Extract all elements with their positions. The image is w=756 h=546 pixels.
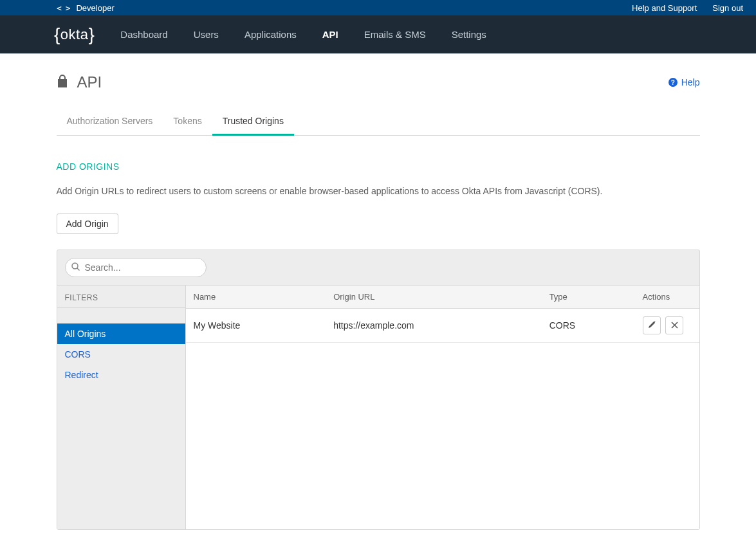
help-icon: ? (668, 78, 678, 87)
signout-link[interactable]: Sign out (712, 3, 743, 13)
origins-panel: FILTERS All Origins CORS Redirect Name O… (57, 250, 700, 530)
top-bar: < > Developer Help and Support Sign out (0, 0, 756, 15)
search-input[interactable] (65, 258, 207, 277)
filters-heading: FILTERS (57, 285, 185, 308)
filter-redirect[interactable]: Redirect (57, 365, 185, 385)
tab-tokens[interactable]: Tokens (163, 108, 212, 135)
section-title: ADD ORIGINS (57, 161, 700, 172)
col-origin-url: Origin URL (326, 286, 541, 309)
main-nav: {okta} Dashboard Users Applications API … (0, 15, 756, 54)
brand-logo: {okta} (54, 24, 95, 45)
developer-icon: < > (57, 3, 69, 13)
col-name: Name (186, 286, 326, 309)
cell-url: https://example.com (326, 309, 541, 343)
tab-trusted-origins[interactable]: Trusted Origins (212, 108, 294, 136)
nav-links: Dashboard Users Applications API Emails … (120, 29, 486, 40)
cell-name: My Website (186, 309, 326, 343)
add-origin-button[interactable]: Add Origin (57, 214, 118, 234)
nav-api[interactable]: API (322, 29, 338, 40)
col-type: Type (542, 286, 635, 309)
cell-type: CORS (542, 309, 635, 343)
tab-authorization-servers[interactable]: Authorization Servers (57, 108, 163, 135)
section-description: Add Origin URLs to redirect users to cus… (57, 185, 700, 198)
developer-mode-link[interactable]: Developer (76, 3, 114, 13)
col-actions: Actions (635, 286, 699, 309)
filter-all-origins[interactable]: All Origins (57, 323, 185, 344)
help-link[interactable]: ? Help (668, 77, 700, 87)
tabs: Authorization Servers Tokens Trusted Ori… (57, 108, 700, 136)
nav-settings[interactable]: Settings (452, 29, 486, 40)
help-support-link[interactable]: Help and Support (632, 3, 697, 13)
table-row: My Website https://example.com CORS (186, 309, 699, 343)
filter-cors[interactable]: CORS (57, 344, 185, 365)
origins-table: Name Origin URL Type Actions My Website … (186, 285, 699, 343)
page-title: API (77, 73, 102, 91)
nav-users[interactable]: Users (194, 29, 219, 40)
close-icon (671, 321, 678, 331)
nav-applications[interactable]: Applications (244, 29, 297, 40)
pencil-icon (648, 321, 656, 331)
lock-icon (57, 74, 68, 91)
nav-emails-sms[interactable]: Emails & SMS (364, 29, 426, 40)
nav-dashboard[interactable]: Dashboard (120, 29, 167, 40)
filters-sidebar: FILTERS All Origins CORS Redirect (57, 285, 186, 529)
edit-button[interactable] (643, 316, 661, 334)
delete-button[interactable] (665, 316, 683, 334)
